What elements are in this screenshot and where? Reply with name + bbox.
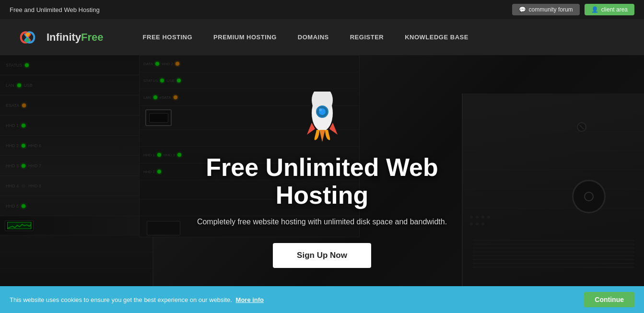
navbar: InfinityFree FREE HOSTING PREMIUM HOSTIN… xyxy=(0,19,644,55)
hero-content: Free Unlimited Web Hosting Completely fr… xyxy=(154,92,490,267)
signup-button[interactable]: Sign Up Now xyxy=(273,243,371,268)
cookie-bar: This website uses cookies to ensure you … xyxy=(0,286,644,304)
nav-premium-hosting[interactable]: PREMIUM HOSTING xyxy=(203,19,287,55)
site-title: Free and Unlimited Web Hosting xyxy=(10,6,100,13)
top-bar-actions: 💬 community forum 👤 client area xyxy=(512,4,634,15)
logo-icon xyxy=(14,28,41,47)
logo-text: InfinityFree xyxy=(47,31,104,44)
svg-point-4 xyxy=(319,108,322,111)
community-forum-button[interactable]: 💬 community forum xyxy=(512,4,580,15)
logo-free-text: Free xyxy=(81,31,103,43)
client-label: client area xyxy=(601,6,628,13)
cookie-message: This website uses cookies to ensure you … xyxy=(10,296,264,303)
user-icon: 👤 xyxy=(591,6,598,13)
rocket-icon xyxy=(298,92,346,144)
client-area-button[interactable]: 👤 client area xyxy=(585,4,634,15)
more-info-link[interactable]: More info xyxy=(236,296,264,303)
nav-free-hosting[interactable]: FREE HOSTING xyxy=(132,19,203,55)
chat-icon: 💬 xyxy=(519,6,526,13)
hero-title: Free Unlimited Web Hosting xyxy=(164,154,480,209)
logo-link[interactable]: InfinityFree xyxy=(14,28,104,47)
nav-links: FREE HOSTING PREMIUM HOSTING DOMAINS REG… xyxy=(132,19,479,55)
top-bar: Free and Unlimited Web Hosting 💬 communi… xyxy=(0,0,644,19)
nav-domains[interactable]: DOMAINS xyxy=(287,19,340,55)
logo-infinity-text: Infinity xyxy=(47,31,81,43)
nav-knowledge-base[interactable]: KNOWLEDGE BASE xyxy=(394,19,479,55)
hero-section: STATUS LAN USB eSATA HHD 1 HHD 2 xyxy=(0,55,644,304)
continue-button[interactable]: Continue xyxy=(584,292,634,304)
hero-subtitle: Completely free website hosting with unl… xyxy=(164,218,480,226)
community-label: community forum xyxy=(529,6,573,13)
nav-register[interactable]: REGISTER xyxy=(340,19,394,55)
